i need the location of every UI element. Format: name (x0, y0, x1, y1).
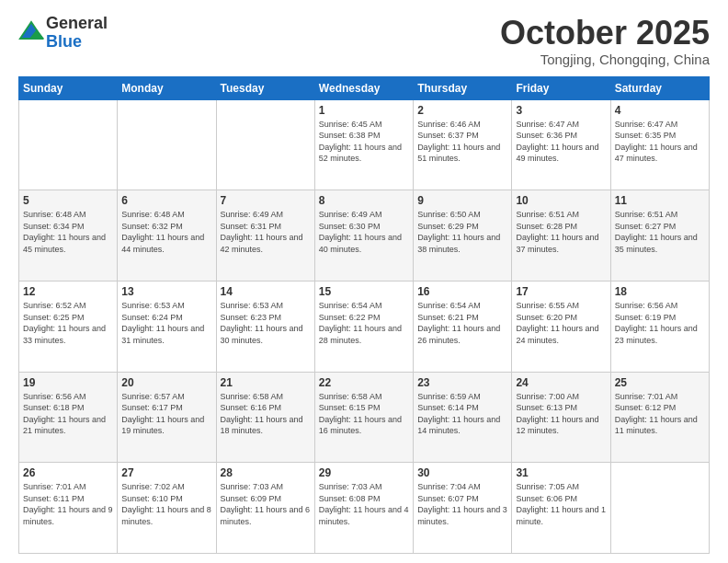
week-row-1: 5Sunrise: 6:48 AM Sunset: 6:34 PM Daylig… (19, 190, 710, 282)
week-row-0: 1Sunrise: 6:45 AM Sunset: 6:38 PM Daylig… (19, 99, 710, 190)
day-number-0-6: 4 (615, 104, 705, 117)
header-wednesday: Wednesday (314, 76, 413, 99)
day-number-3-1: 20 (121, 376, 211, 389)
calendar-cell-2-6: 18Sunrise: 6:56 AM Sunset: 6:19 PM Dayli… (610, 281, 709, 372)
header-thursday: Thursday (414, 76, 512, 99)
calendar-cell-0-1 (118, 99, 216, 190)
day-info-4-2: Sunrise: 7:03 AM Sunset: 6:09 PM Dayligh… (221, 481, 311, 527)
day-number-2-5: 17 (516, 285, 606, 298)
logo-general-text: General (46, 15, 108, 33)
calendar-cell-4-5: 31Sunrise: 7:05 AM Sunset: 6:06 PM Dayli… (512, 463, 610, 554)
day-info-3-0: Sunrise: 6:56 AM Sunset: 6:18 PM Dayligh… (23, 391, 113, 437)
calendar-cell-0-6: 4Sunrise: 6:47 AM Sunset: 6:35 PM Daylig… (610, 99, 709, 190)
calendar-cell-0-3: 1Sunrise: 6:45 AM Sunset: 6:38 PM Daylig… (314, 99, 413, 190)
calendar-cell-1-3: 8Sunrise: 6:49 AM Sunset: 6:30 PM Daylig… (314, 190, 413, 282)
day-info-1-0: Sunrise: 6:48 AM Sunset: 6:34 PM Dayligh… (23, 209, 113, 255)
calendar-cell-4-3: 29Sunrise: 7:03 AM Sunset: 6:08 PM Dayli… (314, 463, 413, 554)
day-info-2-6: Sunrise: 6:56 AM Sunset: 6:19 PM Dayligh… (615, 300, 705, 346)
calendar-cell-3-2: 21Sunrise: 6:58 AM Sunset: 6:16 PM Dayli… (216, 372, 314, 463)
calendar: Sunday Monday Tuesday Wednesday Thursday… (18, 76, 710, 554)
calendar-cell-2-1: 13Sunrise: 6:53 AM Sunset: 6:24 PM Dayli… (118, 281, 216, 372)
calendar-cell-3-0: 19Sunrise: 6:56 AM Sunset: 6:18 PM Dayli… (19, 372, 118, 463)
calendar-cell-4-2: 28Sunrise: 7:03 AM Sunset: 6:09 PM Dayli… (216, 463, 314, 554)
calendar-cell-0-4: 2Sunrise: 6:46 AM Sunset: 6:37 PM Daylig… (414, 99, 512, 190)
location: Tongjing, Chongqing, China (500, 52, 710, 67)
day-info-2-4: Sunrise: 6:54 AM Sunset: 6:21 PM Dayligh… (417, 300, 507, 346)
day-info-1-3: Sunrise: 6:49 AM Sunset: 6:30 PM Dayligh… (319, 209, 409, 255)
day-number-0-5: 3 (516, 104, 606, 117)
day-number-2-4: 16 (417, 285, 507, 298)
day-info-3-6: Sunrise: 7:01 AM Sunset: 6:12 PM Dayligh… (615, 391, 705, 437)
calendar-cell-4-0: 26Sunrise: 7:01 AM Sunset: 6:11 PM Dayli… (19, 463, 118, 554)
day-info-4-0: Sunrise: 7:01 AM Sunset: 6:11 PM Dayligh… (23, 481, 113, 527)
header: General Blue October 2025 Tongjing, Chon… (18, 15, 710, 67)
calendar-cell-4-4: 30Sunrise: 7:04 AM Sunset: 6:07 PM Dayli… (414, 463, 512, 554)
day-info-2-1: Sunrise: 6:53 AM Sunset: 6:24 PM Dayligh… (121, 300, 211, 346)
day-number-3-0: 19 (23, 376, 113, 389)
calendar-cell-1-2: 7Sunrise: 6:49 AM Sunset: 6:31 PM Daylig… (216, 190, 314, 282)
header-monday: Monday (118, 76, 216, 99)
day-info-1-2: Sunrise: 6:49 AM Sunset: 6:31 PM Dayligh… (221, 209, 311, 255)
day-number-3-2: 21 (221, 376, 311, 389)
header-tuesday: Tuesday (216, 76, 314, 99)
day-number-4-1: 27 (121, 466, 211, 479)
day-number-1-1: 6 (121, 194, 211, 207)
day-number-2-3: 15 (319, 285, 409, 298)
logo-text: General Blue (46, 15, 108, 52)
calendar-cell-0-0 (19, 99, 118, 190)
day-number-4-5: 31 (516, 466, 606, 479)
day-info-3-5: Sunrise: 7:00 AM Sunset: 6:13 PM Dayligh… (516, 391, 606, 437)
day-info-2-2: Sunrise: 6:53 AM Sunset: 6:23 PM Dayligh… (221, 300, 311, 346)
weekday-header-row: Sunday Monday Tuesday Wednesday Thursday… (19, 76, 710, 99)
calendar-cell-1-6: 11Sunrise: 6:51 AM Sunset: 6:27 PM Dayli… (610, 190, 709, 282)
calendar-cell-1-4: 9Sunrise: 6:50 AM Sunset: 6:29 PM Daylig… (414, 190, 512, 282)
calendar-cell-1-5: 10Sunrise: 6:51 AM Sunset: 6:28 PM Dayli… (512, 190, 610, 282)
week-row-3: 19Sunrise: 6:56 AM Sunset: 6:18 PM Dayli… (19, 372, 710, 463)
day-number-4-3: 29 (319, 466, 409, 479)
day-info-2-0: Sunrise: 6:52 AM Sunset: 6:25 PM Dayligh… (23, 300, 113, 346)
day-number-3-3: 22 (319, 376, 409, 389)
header-saturday: Saturday (610, 76, 709, 99)
day-number-3-5: 24 (516, 376, 606, 389)
day-number-1-2: 7 (221, 194, 311, 207)
day-number-4-0: 26 (23, 466, 113, 479)
day-info-0-4: Sunrise: 6:46 AM Sunset: 6:37 PM Dayligh… (417, 119, 507, 165)
day-number-4-4: 30 (417, 466, 507, 479)
day-info-1-6: Sunrise: 6:51 AM Sunset: 6:27 PM Dayligh… (615, 209, 705, 255)
day-info-0-5: Sunrise: 6:47 AM Sunset: 6:36 PM Dayligh… (516, 119, 606, 165)
header-friday: Friday (512, 76, 610, 99)
day-number-3-6: 25 (615, 376, 705, 389)
day-number-1-0: 5 (23, 194, 113, 207)
week-row-2: 12Sunrise: 6:52 AM Sunset: 6:25 PM Dayli… (19, 281, 710, 372)
day-info-1-1: Sunrise: 6:48 AM Sunset: 6:32 PM Dayligh… (121, 209, 211, 255)
logo: General Blue (18, 15, 108, 52)
day-number-2-2: 14 (221, 285, 311, 298)
day-number-1-5: 10 (516, 194, 606, 207)
calendar-cell-4-1: 27Sunrise: 7:02 AM Sunset: 6:10 PM Dayli… (118, 463, 216, 554)
day-info-4-5: Sunrise: 7:05 AM Sunset: 6:06 PM Dayligh… (516, 481, 606, 527)
day-info-3-2: Sunrise: 6:58 AM Sunset: 6:16 PM Dayligh… (221, 391, 311, 437)
day-info-2-3: Sunrise: 6:54 AM Sunset: 6:22 PM Dayligh… (319, 300, 409, 346)
calendar-cell-3-5: 24Sunrise: 7:00 AM Sunset: 6:13 PM Dayli… (512, 372, 610, 463)
calendar-cell-3-4: 23Sunrise: 6:59 AM Sunset: 6:14 PM Dayli… (414, 372, 512, 463)
calendar-cell-3-6: 25Sunrise: 7:01 AM Sunset: 6:12 PM Dayli… (610, 372, 709, 463)
logo-icon (18, 18, 44, 44)
calendar-cell-2-3: 15Sunrise: 6:54 AM Sunset: 6:22 PM Dayli… (314, 281, 413, 372)
calendar-cell-2-5: 17Sunrise: 6:55 AM Sunset: 6:20 PM Dayli… (512, 281, 610, 372)
day-number-1-6: 11 (615, 194, 705, 207)
day-info-1-4: Sunrise: 6:50 AM Sunset: 6:29 PM Dayligh… (417, 209, 507, 255)
calendar-cell-1-0: 5Sunrise: 6:48 AM Sunset: 6:34 PM Daylig… (19, 190, 118, 282)
day-number-2-1: 13 (121, 285, 211, 298)
header-sunday: Sunday (19, 76, 118, 99)
day-info-3-1: Sunrise: 6:57 AM Sunset: 6:17 PM Dayligh… (121, 391, 211, 437)
day-number-3-4: 23 (417, 376, 507, 389)
page: General Blue October 2025 Tongjing, Chon… (0, 0, 728, 563)
day-number-1-3: 8 (319, 194, 409, 207)
day-info-3-4: Sunrise: 6:59 AM Sunset: 6:14 PM Dayligh… (417, 391, 507, 437)
calendar-cell-2-2: 14Sunrise: 6:53 AM Sunset: 6:23 PM Dayli… (216, 281, 314, 372)
calendar-cell-3-1: 20Sunrise: 6:57 AM Sunset: 6:17 PM Dayli… (118, 372, 216, 463)
day-info-0-6: Sunrise: 6:47 AM Sunset: 6:35 PM Dayligh… (615, 119, 705, 165)
day-info-1-5: Sunrise: 6:51 AM Sunset: 6:28 PM Dayligh… (516, 209, 606, 255)
day-number-4-2: 28 (221, 466, 311, 479)
day-info-3-3: Sunrise: 6:58 AM Sunset: 6:15 PM Dayligh… (319, 391, 409, 437)
